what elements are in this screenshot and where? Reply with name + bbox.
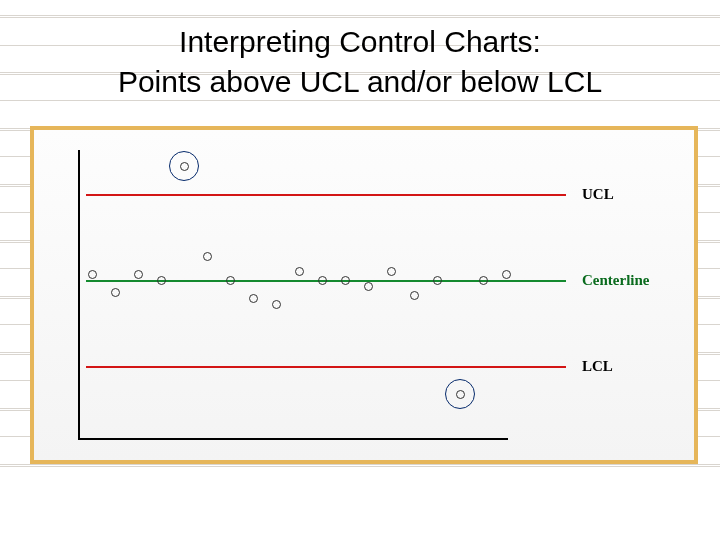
bg-rule xyxy=(0,464,720,467)
chart-card: UCL Centerline LCL xyxy=(30,126,698,464)
outlier-ring xyxy=(445,379,475,409)
y-axis xyxy=(78,150,80,440)
ucl-label: UCL xyxy=(582,186,614,203)
data-point xyxy=(364,282,373,291)
data-point xyxy=(203,252,212,261)
x-axis xyxy=(78,438,508,440)
slide-title: Interpreting Control Charts: Points abov… xyxy=(0,22,720,102)
ucl-line xyxy=(86,194,566,196)
slide: Interpreting Control Charts: Points abov… xyxy=(0,0,720,540)
data-point xyxy=(341,276,350,285)
outlier-ring xyxy=(169,151,199,181)
data-point xyxy=(157,276,166,285)
data-point xyxy=(272,300,281,309)
title-line-1: Interpreting Control Charts: xyxy=(179,25,541,58)
data-point xyxy=(433,276,442,285)
data-point xyxy=(226,276,235,285)
data-point xyxy=(410,291,419,300)
title-line-2: Points above UCL and/or below LCL xyxy=(118,65,602,98)
data-point xyxy=(88,270,97,279)
data-point xyxy=(295,267,304,276)
data-point xyxy=(502,270,511,279)
data-point xyxy=(134,270,143,279)
lcl-line xyxy=(86,366,566,368)
data-point xyxy=(318,276,327,285)
lcl-label: LCL xyxy=(582,358,613,375)
bg-rule xyxy=(0,15,720,18)
data-point xyxy=(111,288,120,297)
data-point xyxy=(249,294,258,303)
data-point xyxy=(479,276,488,285)
center-label: Centerline xyxy=(582,272,649,289)
data-point xyxy=(387,267,396,276)
